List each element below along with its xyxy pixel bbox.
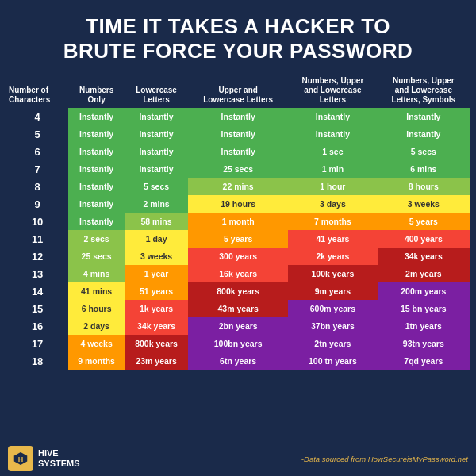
cell-value: Instantly	[125, 108, 188, 125]
table-row: 7InstantlyInstantly25 secs1 min6 mins	[6, 160, 470, 178]
char-count: 12	[6, 248, 68, 265]
cell-value: 100 tn years	[288, 352, 378, 370]
cell-value: Instantly	[125, 143, 188, 160]
cell-value: 6tn years	[188, 352, 288, 370]
char-count: 13	[6, 265, 68, 282]
cell-value: 51 years	[125, 282, 188, 300]
footer-source: -Data sourced from HowSecureisMyPassword…	[301, 455, 468, 463]
table-row: 4InstantlyInstantlyInstantlyInstantlyIns…	[6, 108, 470, 125]
cell-value: 16k years	[188, 265, 288, 282]
cell-value: 34k years	[125, 317, 188, 335]
col-header-numbers: NumbersOnly	[68, 73, 125, 108]
cell-value: 1 min	[288, 160, 378, 178]
cell-value: 100bn years	[188, 335, 288, 352]
header: TIME IT TAKES A HACKER TO BRUTE FORCE YO…	[0, 0, 476, 73]
cell-value: Instantly	[188, 108, 288, 125]
table-row: 10Instantly58 mins1 month7 months5 years	[6, 213, 470, 230]
table-row: 189 months23m years6tn years100 tn years…	[6, 352, 470, 370]
cell-value: 23m years	[125, 352, 188, 370]
cell-value: Instantly	[68, 108, 125, 125]
cell-value: 34k years	[378, 248, 470, 265]
cell-value: 41 mins	[68, 282, 125, 300]
cell-value: Instantly	[68, 195, 125, 213]
cell-value: 15 bn years	[378, 300, 470, 317]
cell-value: 93tn years	[378, 335, 470, 352]
cell-value: Instantly	[188, 125, 288, 143]
cell-value: 2k years	[288, 248, 378, 265]
cell-value: 19 hours	[188, 195, 288, 213]
table-row: 112 secs1 day5 years41 years400 years	[6, 230, 470, 248]
cell-value: 25 secs	[188, 160, 288, 178]
cell-value: 5 years	[188, 230, 288, 248]
cell-value: Instantly	[125, 160, 188, 178]
cell-value: 2 days	[68, 317, 125, 335]
char-count: 18	[6, 352, 68, 370]
cell-value: 9m years	[288, 282, 378, 300]
cell-value: 8 hours	[378, 178, 470, 195]
cell-value: 43m years	[188, 300, 288, 317]
cell-value: 2 mins	[125, 195, 188, 213]
table-row: 156 hours1k years43m years600m years15 b…	[6, 300, 470, 317]
logo-text: HIVESYSTEMS	[38, 448, 80, 469]
char-count: 8	[6, 178, 68, 195]
cell-value: Instantly	[378, 108, 470, 125]
col-header-all: Numbers, Upperand LowercaseLetters, Symb…	[378, 73, 470, 108]
table-row: 9Instantly2 mins19 hours3 days3 weeks	[6, 195, 470, 213]
cell-value: 600m years	[288, 300, 378, 317]
cell-value: 800k years	[125, 335, 188, 352]
cell-value: 200m years	[378, 282, 470, 300]
cell-value: 1tn years	[378, 317, 470, 335]
col-header-num-upper-lower: Numbers, Upperand LowercaseLetters	[288, 73, 378, 108]
char-count: 6	[6, 143, 68, 160]
cell-value: 7 months	[288, 213, 378, 230]
cell-value: 300 years	[188, 248, 288, 265]
cell-value: 1k years	[125, 300, 188, 317]
cell-value: 1 year	[125, 265, 188, 282]
cell-value: Instantly	[68, 143, 125, 160]
cell-value: Instantly	[125, 125, 188, 143]
cell-value: 22 mins	[188, 178, 288, 195]
table-row: 5InstantlyInstantlyInstantlyInstantlyIns…	[6, 125, 470, 143]
col-header-lower: LowercaseLetters	[125, 73, 188, 108]
cell-value: Instantly	[188, 143, 288, 160]
table-row: 6InstantlyInstantlyInstantly1 sec5 secs	[6, 143, 470, 160]
logo-icon: H	[8, 446, 33, 471]
cell-value: 3 days	[288, 195, 378, 213]
cell-value: 5 years	[378, 213, 470, 230]
cell-value: 100k years	[288, 265, 378, 282]
cell-value: Instantly	[288, 108, 378, 125]
col-header-upper-lower: Upper andLowercase Letters	[188, 73, 288, 108]
cell-value: 2m years	[378, 265, 470, 282]
table-wrapper: Number ofCharacters NumbersOnly Lowercas…	[0, 73, 476, 441]
cell-value: 800k years	[188, 282, 288, 300]
table-row: 1225 secs3 weeks300 years2k years34k yea…	[6, 248, 470, 265]
cell-value: Instantly	[68, 125, 125, 143]
cell-value: 4 weeks	[68, 335, 125, 352]
char-count: 10	[6, 213, 68, 230]
cell-value: Instantly	[378, 125, 470, 143]
cell-value: 1 hour	[288, 178, 378, 195]
cell-value: Instantly	[68, 160, 125, 178]
cell-value: 41 years	[288, 230, 378, 248]
table-row: 1441 mins51 years800k years9m years200m …	[6, 282, 470, 300]
char-count: 17	[6, 335, 68, 352]
logo: H HIVESYSTEMS	[8, 446, 80, 471]
cell-value: 58 mins	[125, 213, 188, 230]
table-row: 162 days34k years2bn years37bn years1tn …	[6, 317, 470, 335]
cell-value: 25 secs	[68, 248, 125, 265]
cell-value: 4 mins	[68, 265, 125, 282]
char-count: 7	[6, 160, 68, 178]
cell-value: 5 secs	[125, 178, 188, 195]
footer: H HIVESYSTEMS -Data sourced from HowSecu…	[0, 441, 476, 476]
cell-value: 9 months	[68, 352, 125, 370]
title: TIME IT TAKES A HACKER TO BRUTE FORCE YO…	[16, 14, 460, 63]
hive-logo-svg: H	[12, 450, 29, 467]
cell-value: 2 secs	[68, 230, 125, 248]
char-count: 9	[6, 195, 68, 213]
table-row: 8Instantly5 secs22 mins1 hour8 hours	[6, 178, 470, 195]
cell-value: 2tn years	[288, 335, 378, 352]
svg-text:H: H	[18, 455, 24, 463]
char-count: 5	[6, 125, 68, 143]
cell-value: 37bn years	[288, 317, 378, 335]
col-header-chars: Number ofCharacters	[6, 73, 68, 108]
